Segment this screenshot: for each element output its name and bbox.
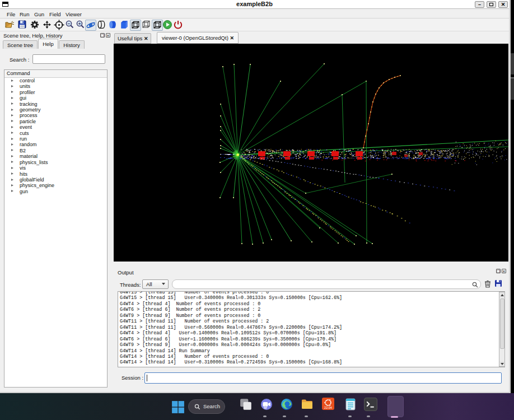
svg-text:+: +: [78, 21, 81, 26]
svg-text:−: −: [68, 21, 71, 26]
